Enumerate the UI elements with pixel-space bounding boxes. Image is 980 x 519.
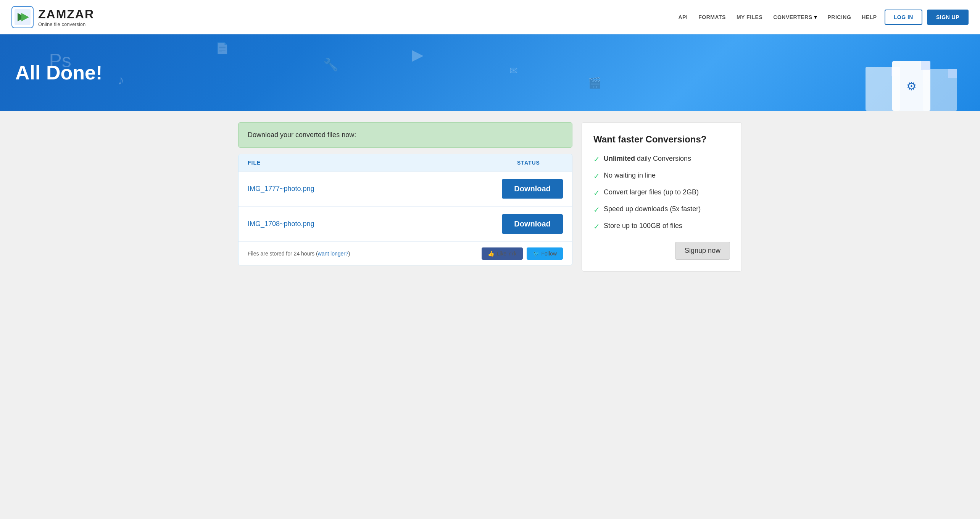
deco-film: 🎬 — [588, 76, 601, 89]
promo-item-4: ✓ Speed up downloads (5x faster) — [593, 204, 730, 215]
promo-text-5: Store up to 100GB of files — [604, 221, 682, 231]
nav-pricing[interactable]: PRICING — [828, 14, 851, 20]
file-table: FILE STATUS IMG_1777~photo.png Download … — [238, 154, 572, 265]
deco-mail: ✉ — [509, 65, 518, 77]
logo-name: ZAMZAR — [38, 7, 94, 21]
deco-play: ▶ — [412, 46, 424, 63]
table-footer: Files are stored for 24 hours (want long… — [239, 242, 572, 265]
like-label: Like 77k — [496, 251, 516, 257]
table-header: FILE STATUS — [239, 154, 572, 171]
nav-converters[interactable]: CONVERTERS ▾ — [773, 13, 817, 21]
col-status-header: STATUS — [494, 160, 563, 166]
deco-music: ♪ — [118, 73, 124, 87]
left-panel: Download your converted files now: FILE … — [238, 122, 572, 272]
file-main: ⚙ — [892, 61, 930, 111]
facebook-like-button[interactable]: 👍 Like 77k — [482, 247, 522, 260]
deco-wrench: 🔧 — [323, 57, 338, 72]
promo-bold-1: Unlimited — [604, 155, 635, 162]
chevron-down-icon: ▾ — [814, 13, 817, 21]
check-icon-1: ✓ — [593, 154, 600, 165]
thumbs-up-icon: 👍 — [488, 251, 494, 257]
promo-item-1: ✓ Unlimited daily Conversions — [593, 154, 730, 165]
check-icon-3: ✓ — [593, 188, 600, 198]
file-name-2[interactable]: IMG_1708~photo.png — [248, 220, 502, 228]
promo-rest-1: daily Conversions — [635, 155, 691, 162]
gear-icon: ⚙ — [906, 79, 917, 93]
logo-icon — [11, 6, 34, 28]
twitter-icon: 🐦 — [533, 251, 539, 257]
nav-formats[interactable]: FORMATS — [698, 14, 726, 20]
download-button-2[interactable]: Download — [502, 214, 563, 234]
footer-text: Files are stored for 24 hours (want long… — [248, 251, 350, 257]
login-button[interactable]: LOG IN — [885, 10, 922, 25]
banner-files: ⚙ — [866, 61, 949, 111]
header-buttons: LOG IN SIGN UP — [885, 10, 969, 25]
main-nav: API FORMATS MY FILES CONVERTERS ▾ PRICIN… — [678, 13, 877, 21]
table-row: IMG_1708~photo.png Download — [239, 207, 572, 242]
promo-item-5: ✓ Store up to 100GB of files — [593, 221, 730, 232]
promo-text-2: No waiting in line — [604, 171, 656, 180]
nav-converters-label[interactable]: CONVERTERS — [773, 14, 812, 20]
nav-my-files[interactable]: MY FILES — [737, 14, 762, 20]
social-buttons: 👍 Like 77k 🐦 Follow — [482, 247, 563, 260]
header: ZAMZAR Online file conversion API FORMAT… — [0, 0, 980, 34]
promo-title: Want faster Conversions? — [593, 134, 730, 145]
signup-button[interactable]: SIGN UP — [927, 10, 969, 25]
check-icon-5: ✓ — [593, 221, 600, 232]
promo-text-3: Convert larger files (up to 2GB) — [604, 188, 699, 197]
download-button-1[interactable]: Download — [502, 179, 563, 199]
main-content: Download your converted files now: FILE … — [223, 111, 757, 283]
col-file-header: FILE — [248, 160, 494, 166]
logo[interactable]: ZAMZAR Online file conversion — [11, 6, 94, 28]
signup-now-button[interactable]: Signup now — [675, 242, 730, 260]
banner-title: All Done! — [15, 61, 102, 84]
deco-file1: 📄 — [216, 42, 229, 55]
download-notice: Download your converted files now: — [238, 122, 572, 148]
promo-text-4: Speed up downloads (5x faster) — [604, 204, 701, 214]
promo-item-2: ✓ No waiting in line — [593, 171, 730, 181]
right-panel: Want faster Conversions? ✓ Unlimited dai… — [582, 122, 742, 272]
logo-sub: Online file conversion — [38, 21, 94, 27]
want-longer-link[interactable]: want longer? — [318, 251, 348, 257]
file-name-1[interactable]: IMG_1777~photo.png — [248, 185, 502, 193]
check-icon-4: ✓ — [593, 204, 600, 215]
follow-label: Follow — [542, 251, 557, 257]
nav-help[interactable]: HELP — [862, 14, 877, 20]
check-icon-2: ✓ — [593, 171, 600, 181]
promo-item-3: ✓ Convert larger files (up to 2GB) — [593, 188, 730, 198]
nav-api[interactable]: API — [678, 14, 688, 20]
twitter-follow-button[interactable]: 🐦 Follow — [527, 247, 563, 260]
table-row: IMG_1777~photo.png Download — [239, 171, 572, 207]
banner: Ps ♪ 📄 🔧 ▶ ✉ 🎬 All Done! ⚙ — [0, 34, 980, 111]
